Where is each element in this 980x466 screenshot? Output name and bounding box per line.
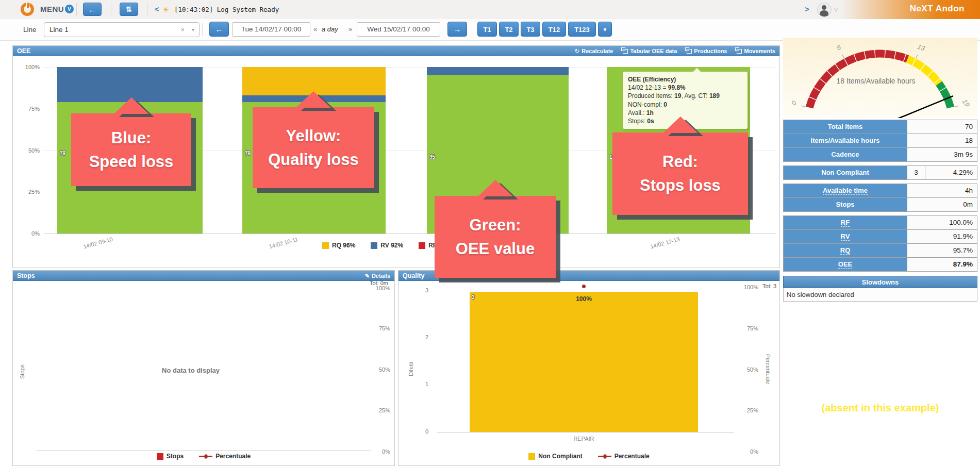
legend-item-rv[interactable]: RV 92% — [371, 242, 403, 249]
movements-link[interactable]: Movements — [735, 46, 775, 56]
legend-item-rq[interactable]: RQ 96% — [322, 242, 355, 249]
back-button[interactable]: ← — [83, 3, 102, 16]
quality-ytick: 2 — [406, 334, 428, 340]
prev-day-button[interactable]: ← — [209, 22, 229, 37]
oee-bar-value: 79 — [245, 151, 251, 156]
shift-button-t123[interactable]: T123 — [568, 22, 596, 37]
kpi-sidebar: 06131918 Items/Available hours Total Ite… — [783, 38, 977, 466]
row-value: 18 — [907, 134, 977, 147]
quality-panel-title: Quality — [403, 272, 424, 279]
row-value: 0m — [907, 198, 977, 211]
legend-item-non-compliant[interactable]: Non Compliant — [528, 453, 582, 460]
row-value: 87.9% — [907, 258, 977, 271]
table-row-cadence: Cadence 3m 9s — [783, 147, 977, 162]
gauge-svg: 06131918 Items/Available hours — [783, 38, 977, 118]
user-panel-expand-icon[interactable]: > — [805, 5, 809, 13]
step-size-label: a day — [322, 25, 338, 33]
app-logo-icon[interactable] — [21, 3, 34, 16]
x-axis-line — [44, 234, 776, 234]
legend-item-percentuale[interactable]: Percentuale — [199, 453, 251, 460]
stats-table: Total Items 70 Items/Available hours 18 … — [783, 120, 977, 272]
tooltip-line: NON-compl: 0 — [628, 101, 742, 109]
slowdowns-absent-note: (absent in this example) — [783, 402, 977, 414]
step-back-icon[interactable]: « — [313, 25, 317, 33]
shift-button-t12[interactable]: T12 — [542, 22, 566, 37]
callout-line2: Stops loss — [640, 176, 721, 195]
table-row-available-time: Available time 4h — [783, 184, 977, 198]
system-log-text: [10:43:02] Log System Ready — [174, 6, 279, 13]
line-select-value: Line 1 — [49, 26, 69, 34]
shift-button-t1[interactable]: T1 — [477, 22, 497, 37]
quality-y2tick: 75% — [733, 325, 758, 331]
quality-bar-percent-label: 100% — [470, 295, 698, 303]
row-label: Stops — [784, 198, 907, 211]
row-label: Non Compliant — [784, 166, 907, 179]
next-day-button[interactable]: → — [447, 22, 467, 37]
divider — [202, 23, 203, 36]
app-title: NeXT Andon — [910, 4, 965, 14]
row-label: Available time — [784, 184, 907, 197]
callout-stops-loss: Red: Stops loss — [612, 132, 748, 215]
items-gauge: 06131918 Items/Available hours — [783, 38, 977, 118]
clear-selection-icon[interactable]: × — [180, 23, 185, 37]
oee-panel-title: OEE — [17, 47, 30, 55]
shift-button-t3[interactable]: T3 — [521, 22, 540, 37]
non-compliant-swatch — [528, 453, 535, 460]
callout-arrow-icon — [296, 91, 331, 108]
table-row-total-items: Total Items 70 — [783, 120, 977, 134]
oee-ytick-50: 50% — [14, 147, 40, 154]
row-count: 3 — [907, 166, 925, 179]
quality-y2tick: 25% — [733, 407, 758, 413]
callout-line1: Green: — [470, 216, 521, 235]
productions-link[interactable]: Productions — [685, 46, 727, 56]
quality-ytick: 3 — [406, 287, 428, 293]
table-row-stops: Stops 0m — [783, 197, 977, 212]
row-label: OEE — [784, 258, 907, 271]
chevron-down-icon[interactable]: ▾ — [192, 23, 194, 37]
svg-text:6: 6 — [836, 43, 842, 52]
row-label: Total Items — [784, 120, 907, 134]
row-label: Cadence — [784, 148, 907, 161]
oee-bar-value: 79 — [60, 151, 65, 156]
date-from-input[interactable]: Tue 14/02/17 00:00 — [232, 22, 310, 37]
tooltip-title: OEE (Efficiency) — [628, 75, 742, 84]
legend-item-percentuale[interactable]: Percentuale — [598, 453, 650, 460]
line-select[interactable]: Line 1 × ▾ — [44, 22, 200, 37]
refresh-button[interactable]: ⇅ — [120, 3, 138, 16]
slowdowns-header: Slowdowns — [783, 276, 977, 288]
oee-xlabel: 14/02 10-11 — [251, 231, 317, 254]
user-menu-caret-icon[interactable]: ▽ — [834, 7, 838, 12]
row-value: 95.7% — [907, 244, 977, 257]
tabular-oee-data-link[interactable]: Tabular OEE data — [621, 46, 677, 56]
right-arrow-icon: → — [454, 25, 461, 34]
menu-v-icon[interactable]: V — [65, 5, 74, 13]
user-avatar[interactable] — [817, 3, 832, 17]
table-row-items-per-hour: Items/Available hours 18 — [783, 134, 977, 148]
avatar-body — [820, 10, 828, 16]
percentuale-point[interactable] — [582, 285, 586, 288]
quality-x-axis-line — [437, 432, 734, 432]
legend-item-stops[interactable]: Stops — [157, 453, 184, 460]
divider — [76, 3, 77, 15]
recalculate-link[interactable]: ↻Recalculate — [574, 46, 613, 56]
stops-panel-header: Stops ✎Details — [13, 271, 394, 281]
line-label: Line — [23, 26, 37, 34]
step-forward-icon[interactable]: » — [348, 25, 352, 33]
date-to-input[interactable]: Wed 15/02/17 00:00 — [357, 22, 440, 37]
table-row-rv: RV 91.9% — [783, 229, 977, 244]
row-label: RQ — [784, 244, 907, 257]
speed-loss-segment — [427, 67, 569, 75]
shift-dropdown-button[interactable]: ▼ — [598, 22, 612, 37]
oee-actions: ↻Recalculate Tabular OEE data Production… — [574, 46, 775, 56]
menu-button[interactable]: Menu — [40, 5, 64, 13]
stops-details-link[interactable]: ✎Details — [365, 271, 390, 281]
quality-y2tick: 100% — [733, 284, 758, 290]
log-collapse-icon[interactable]: < — [155, 5, 159, 13]
callout-line2: Quality loss — [268, 151, 359, 169]
shift-button-t2[interactable]: T2 — [499, 22, 519, 37]
quality-bar-repair[interactable] — [470, 292, 698, 432]
topbar: Menu V ← ⇅ < ☀ [10:43:02] Log System Rea… — [0, 0, 980, 20]
percentuale-marker-icon — [598, 456, 611, 457]
non-compliant-segment — [470, 292, 698, 432]
quality-ylabel: Difetti — [408, 362, 414, 376]
